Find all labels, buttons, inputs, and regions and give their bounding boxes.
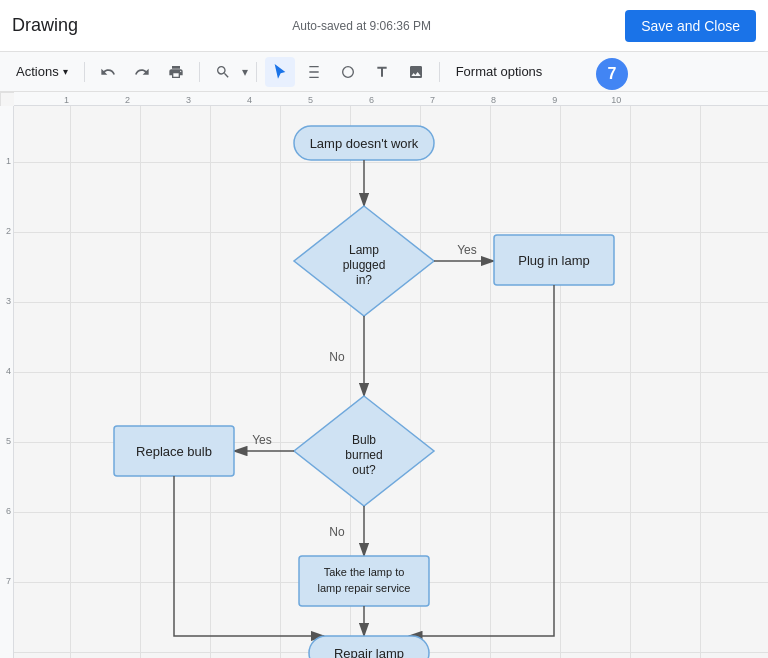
zoom-level: ▾ xyxy=(242,65,248,79)
format-options-btn[interactable]: Format options xyxy=(448,57,551,87)
node-plug-label: Plug in lamp xyxy=(518,253,590,268)
edge-plug-end xyxy=(409,285,554,636)
node-replace-label: Replace bulb xyxy=(136,444,212,459)
edge-q1-q2-label: No xyxy=(329,350,345,364)
edge-q2-replace-label: Yes xyxy=(252,433,272,447)
flowchart: Lamp doesn't work Lamp plugged in? Yes P… xyxy=(14,106,768,658)
line-tool[interactable] xyxy=(299,57,329,87)
node-start-label: Lamp doesn't work xyxy=(310,136,419,151)
node-q2-label-2: burned xyxy=(345,448,382,462)
app-title: Drawing xyxy=(12,15,78,36)
actions-chevron-icon: ▾ xyxy=(63,66,68,77)
zoom-button[interactable] xyxy=(208,57,238,87)
node-end-label: Repair lamp xyxy=(334,646,404,658)
node-repair-service-label-2: lamp repair service xyxy=(318,582,411,594)
autosave-status: Auto-saved at 9:06:36 PM xyxy=(98,19,625,33)
undo-button[interactable] xyxy=(93,57,123,87)
ruler-top: 1 2 3 4 5 6 7 8 9 10 xyxy=(14,92,768,106)
edge-q2-repair-service-label: No xyxy=(329,525,345,539)
node-q1-label-2: plugged xyxy=(343,258,386,272)
select-tool[interactable] xyxy=(265,57,295,87)
actions-label: Actions xyxy=(16,64,59,79)
node-q1-label-1: Lamp xyxy=(349,243,379,257)
toolbar-divider-3 xyxy=(256,62,257,82)
toolbar-divider-1 xyxy=(84,62,85,82)
save-close-button[interactable]: Save and Close xyxy=(625,10,756,42)
text-tool[interactable] xyxy=(367,57,397,87)
svg-point-0 xyxy=(342,66,353,77)
edge-q1-plug-label: Yes xyxy=(457,243,477,257)
print-button[interactable] xyxy=(161,57,191,87)
toolbar-divider-2 xyxy=(199,62,200,82)
ruler-left: 1 2 3 4 5 6 7 xyxy=(0,106,14,658)
redo-button[interactable] xyxy=(127,57,157,87)
shape-tool[interactable] xyxy=(333,57,363,87)
header: Drawing Auto-saved at 9:06:36 PM Save an… xyxy=(0,0,768,52)
node-repair-service[interactable] xyxy=(299,556,429,606)
toolbar: Actions ▾ ▾ Format options xyxy=(0,52,768,92)
node-q2-label-3: out? xyxy=(352,463,376,477)
image-tool[interactable] xyxy=(401,57,431,87)
node-repair-service-label-1: Take the lamp to xyxy=(324,566,405,578)
step-badge: 7 xyxy=(596,58,628,90)
canvas-area[interactable]: 1 2 3 4 5 6 7 8 9 10 1 2 3 4 5 6 7 xyxy=(0,92,768,658)
actions-menu[interactable]: Actions ▾ xyxy=(8,57,76,87)
node-q1-label-3: in? xyxy=(356,273,372,287)
toolbar-divider-4 xyxy=(439,62,440,82)
node-q2-label-1: Bulb xyxy=(352,433,376,447)
